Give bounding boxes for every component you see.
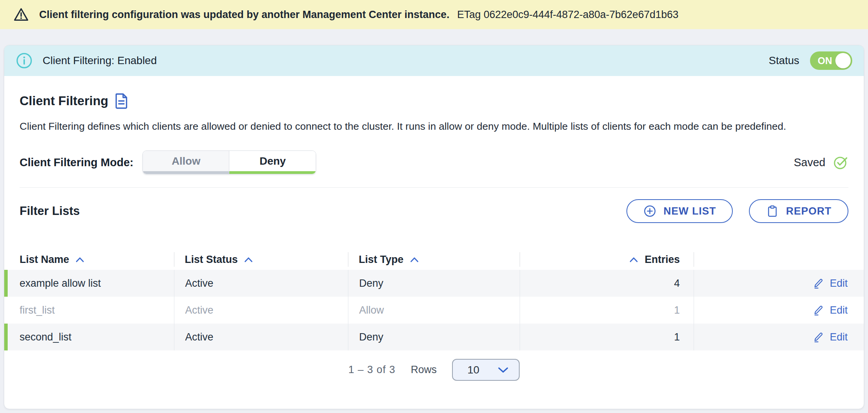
banner-etag: ETag 0622e0c9-444f-4872-a80a-7b62e67d1b6…	[457, 9, 679, 21]
cell-list-name: second_list	[4, 324, 174, 350]
warning-triangle-icon	[13, 7, 29, 23]
pagination-range: 1 – 3 of 3	[348, 364, 396, 376]
new-list-button-label: NEW LIST	[663, 205, 716, 217]
plus-circle-icon	[643, 205, 656, 218]
pagination: 1 – 3 of 3 Rows 10	[4, 359, 864, 381]
pencil-icon	[813, 278, 824, 289]
column-header-list-name[interactable]: List Name	[4, 249, 174, 270]
saved-indicator: Saved	[794, 155, 848, 170]
cell-entries: 4	[520, 270, 694, 297]
section-divider	[20, 187, 848, 188]
status-bar-message: Client Filtering: Enabled	[43, 55, 157, 67]
mode-deny-button[interactable]: Deny	[229, 151, 316, 174]
sort-caret-up-icon	[629, 257, 638, 263]
cell-entries: 1	[520, 324, 694, 350]
banner-message: Client filtering configuration was updat…	[39, 9, 449, 21]
filter-lists-title: Filter Lists	[20, 204, 80, 218]
cell-list-type: Deny	[348, 324, 520, 350]
column-header-list-status[interactable]: List Status	[174, 249, 348, 270]
cell-list-status: Active	[174, 297, 348, 324]
report-button-label: REPORT	[786, 205, 832, 217]
column-header-list-type[interactable]: List Type	[348, 249, 520, 270]
new-list-button[interactable]: NEW LIST	[626, 199, 733, 223]
table-row: example allow list Active Deny 4 Edit	[4, 270, 864, 297]
table-row: second_list Active Deny 1 Edit	[4, 324, 864, 350]
saved-check-icon	[833, 155, 848, 170]
client-filtering-card: Client Filtering: Enabled Status ON Clie…	[4, 45, 864, 409]
status-label: Status	[769, 55, 799, 67]
cell-list-status: Active	[174, 324, 348, 350]
cell-list-name: example allow list	[4, 270, 174, 297]
table-header-row: List Name List Status List Type	[4, 249, 864, 270]
sort-caret-up-icon	[244, 257, 253, 263]
rows-per-page-label: Rows	[411, 364, 437, 376]
info-icon	[16, 52, 33, 69]
column-header-entries[interactable]: Entries	[520, 249, 694, 270]
table-row: first_list Active Allow 1 Edit	[4, 297, 864, 324]
pencil-icon	[813, 331, 824, 343]
sort-caret-up-icon	[75, 257, 84, 263]
mode-label: Client Filtering Mode:	[20, 156, 133, 169]
rows-per-page-select[interactable]: 10	[452, 359, 520, 381]
update-warning-banner: Client filtering configuration was updat…	[0, 0, 868, 29]
edit-list-button[interactable]: Edit	[813, 331, 848, 343]
column-header-actions	[694, 249, 864, 270]
saved-label: Saved	[794, 156, 825, 169]
client-filtering-status-bar: Client Filtering: Enabled Status ON	[4, 45, 864, 76]
section-description: Client Filtering defines which clients a…	[20, 119, 848, 134]
cell-entries: 1	[520, 297, 694, 324]
report-button[interactable]: REPORT	[749, 199, 848, 223]
cell-list-type: Allow	[348, 297, 520, 324]
toggle-knob	[835, 53, 851, 68]
edit-label: Edit	[830, 304, 848, 316]
mode-allow-button[interactable]: Allow	[143, 151, 229, 174]
rows-per-page-value: 10	[467, 364, 479, 376]
edit-label: Edit	[830, 278, 848, 289]
sort-caret-up-icon	[410, 257, 419, 263]
mode-segmented-control: Allow Deny	[142, 150, 316, 174]
chevron-down-icon	[497, 367, 509, 373]
clipboard-icon	[766, 205, 779, 218]
pencil-icon	[813, 304, 824, 316]
edit-list-button[interactable]: Edit	[813, 304, 848, 316]
filter-lists-table: List Name List Status List Type	[4, 249, 864, 350]
edit-list-button[interactable]: Edit	[813, 278, 848, 289]
documentation-icon[interactable]	[114, 93, 128, 109]
cell-list-type: Deny	[348, 270, 520, 297]
page-title: Client Filtering	[20, 94, 108, 108]
cell-list-status: Active	[174, 270, 348, 297]
cell-list-name: first_list	[4, 297, 174, 324]
status-toggle[interactable]: ON	[810, 51, 852, 70]
status-toggle-label: ON	[818, 55, 832, 66]
edit-label: Edit	[830, 331, 848, 343]
